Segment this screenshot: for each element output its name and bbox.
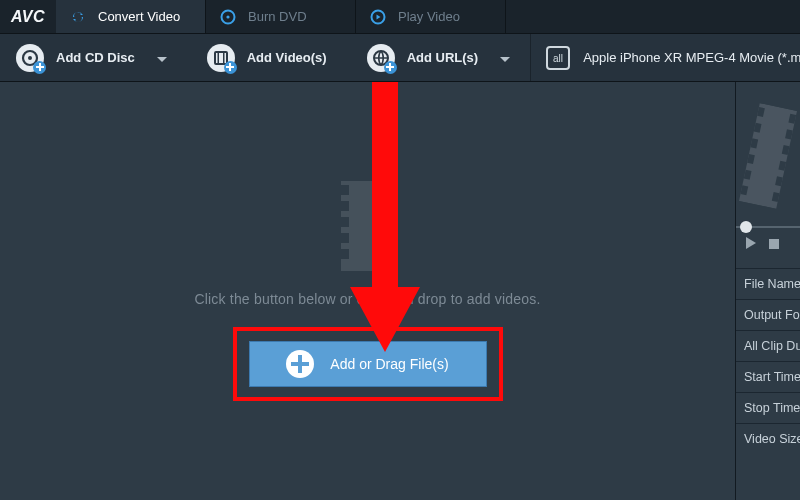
meta-start-time: Start Time — [736, 362, 800, 392]
toolbar: Add CD Disc Add Video(s) Add URL(s) — [0, 34, 800, 82]
disc-plus-icon — [16, 44, 44, 72]
chevron-down-icon — [157, 49, 167, 67]
tab-convert-video[interactable]: Convert Video — [56, 0, 206, 33]
svg-text:all: all — [553, 53, 563, 64]
refresh-icon — [70, 9, 86, 25]
svg-rect-5 — [215, 52, 227, 64]
output-profile-selector[interactable]: all Apple iPhone XR MPEG-4 Movie (*.m — [530, 34, 800, 81]
tab-label: Convert Video — [98, 9, 180, 24]
svg-rect-17 — [387, 185, 395, 195]
profile-list-icon: all — [545, 45, 571, 71]
film-strip-icon — [735, 102, 800, 209]
preview-stop-button[interactable] — [768, 236, 780, 254]
app-logo: AVC — [0, 0, 56, 33]
film-plus-icon — [207, 44, 235, 72]
add-urls-button[interactable]: Add URL(s) — [357, 38, 521, 78]
svg-rect-6 — [217, 52, 219, 64]
meta-stop-time: Stop Time — [736, 393, 800, 423]
svg-rect-19 — [387, 217, 395, 227]
tab-burn-dvd[interactable]: Burn DVD — [206, 0, 356, 33]
button-label: Add URL(s) — [407, 50, 479, 65]
chevron-down-icon — [500, 49, 510, 67]
button-label: Add CD Disc — [56, 50, 135, 65]
plus-circle-icon — [286, 350, 314, 378]
svg-rect-11 — [341, 181, 395, 271]
preview-seek-slider[interactable] — [736, 226, 800, 228]
stop-icon — [768, 238, 780, 250]
globe-plus-icon — [367, 44, 395, 72]
svg-point-4 — [28, 56, 32, 60]
film-strip-icon — [333, 181, 403, 271]
svg-point-1 — [226, 15, 229, 18]
add-cd-disc-button[interactable]: Add CD Disc — [6, 38, 177, 78]
slider-thumb-icon — [740, 221, 752, 233]
svg-rect-20 — [387, 233, 395, 243]
button-label: Add Video(s) — [247, 50, 327, 65]
meta-output-format: Output Fo — [736, 300, 800, 330]
svg-rect-36 — [769, 239, 779, 249]
preview-panel: File Name Output Fo All Clip Du Start Ti… — [736, 82, 800, 500]
svg-rect-18 — [387, 201, 395, 211]
svg-rect-7 — [223, 52, 225, 64]
svg-rect-23 — [739, 103, 797, 209]
svg-rect-21 — [387, 249, 395, 259]
tab-label: Play Video — [398, 9, 460, 24]
drop-zone[interactable]: Click the button below or drag and drop … — [0, 82, 736, 500]
tab-play-video[interactable]: Play Video — [356, 0, 506, 33]
play-circle-icon — [370, 9, 386, 25]
profile-label: Apple iPhone XR MPEG-4 Movie (*.m — [583, 50, 800, 65]
drop-hint-text: Click the button below or drag and drop … — [194, 291, 540, 307]
disc-icon — [220, 9, 236, 25]
button-label: Add or Drag File(s) — [330, 356, 448, 372]
add-or-drag-files-button[interactable]: Add or Drag File(s) — [249, 341, 487, 387]
svg-rect-16 — [341, 249, 349, 259]
module-tab-bar: AVC Convert Video Burn DVD Play Video — [0, 0, 800, 34]
meta-clip-duration: All Clip Du — [736, 331, 800, 361]
svg-rect-14 — [341, 217, 349, 227]
svg-rect-12 — [341, 185, 349, 195]
add-videos-button[interactable]: Add Video(s) — [197, 38, 337, 78]
meta-video-size: Video Size — [736, 424, 800, 454]
preview-play-button[interactable] — [744, 236, 758, 254]
annotation-highlight-box: Add or Drag File(s) — [233, 327, 503, 401]
svg-rect-13 — [341, 201, 349, 211]
svg-rect-15 — [341, 233, 349, 243]
tab-label: Burn DVD — [248, 9, 307, 24]
play-icon — [744, 236, 758, 250]
meta-file-name: File Name — [736, 269, 800, 299]
